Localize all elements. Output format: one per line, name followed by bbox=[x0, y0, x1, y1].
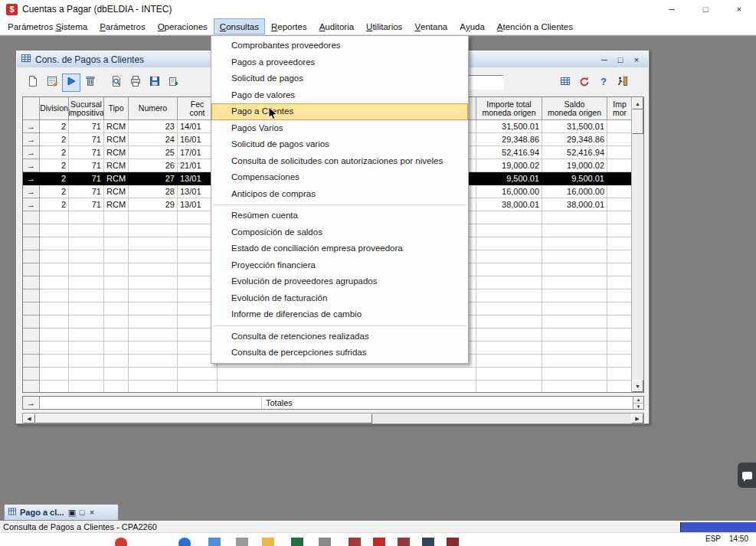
menubar-item-operaciones[interactable]: Operaciones bbox=[152, 18, 214, 34]
preview-button[interactable] bbox=[107, 74, 126, 92]
grid-view-button[interactable] bbox=[556, 74, 574, 92]
taskbar-app-icon[interactable] bbox=[349, 538, 361, 546]
column-header-saldo[interactable]: Saldomoneda origen bbox=[542, 97, 607, 120]
menu-item-comprobantes-proveedores[interactable]: Comprobantes proveedores bbox=[211, 38, 468, 54]
menu-item-evoluci-n-de-proveedores-agrupados[interactable]: Evolución de proveedores agrupados bbox=[211, 273, 468, 290]
taskbar-app-icon[interactable] bbox=[178, 538, 191, 546]
totales-spinner[interactable]: ▲▼ bbox=[633, 397, 643, 409]
menu-item-pago-de-valores[interactable]: Pago de valores bbox=[211, 87, 468, 104]
cell-sucursal: 71 bbox=[69, 120, 104, 133]
cell-numero: 28 bbox=[129, 185, 178, 198]
column-header-sel[interactable] bbox=[23, 97, 40, 120]
menu-item-compensaciones[interactable]: Compensaciones bbox=[211, 169, 468, 186]
cell-importe: 38,000.01 bbox=[476, 198, 542, 211]
language-indicator[interactable]: ESP bbox=[705, 535, 721, 543]
scroll-up-icon[interactable]: ▲ bbox=[632, 97, 643, 110]
child-minimize-button[interactable]: ─ bbox=[599, 55, 610, 64]
taskbar-app-icon[interactable] bbox=[236, 538, 248, 546]
menu-item-consulta-de-retenciones-realizadas[interactable]: Consulta de retenciones realizadas bbox=[211, 329, 468, 345]
menu-item-res-men-cuenta[interactable]: Resúmen cuenta bbox=[211, 208, 468, 224]
taskbar-app-icon[interactable] bbox=[291, 538, 303, 546]
cell-saldo bbox=[542, 368, 607, 381]
menu-item-composici-n-de-saldos[interactable]: Composición de saldos bbox=[211, 224, 468, 241]
cell-numero bbox=[129, 224, 178, 237]
new-record-button[interactable] bbox=[24, 74, 42, 92]
cell-tipo bbox=[104, 224, 129, 237]
column-header-numero[interactable]: Numero bbox=[129, 97, 178, 120]
cell-numero bbox=[129, 355, 178, 368]
child-close-button[interactable]: × bbox=[631, 55, 642, 64]
menu-item-consulta-de-percepciones-sufridas[interactable]: Consulta de percepciones sufridas bbox=[211, 345, 468, 361]
save-button[interactable] bbox=[146, 74, 164, 92]
menu-item-solicitud-de-pagos-varios[interactable]: Solicitud de pagos varios bbox=[211, 136, 468, 153]
cell-saldo: 16,000.00 bbox=[542, 185, 607, 198]
scroll-left-icon[interactable]: ◀ bbox=[23, 414, 35, 423]
menu-item-pagos-varios[interactable]: Pagos Varios bbox=[211, 120, 468, 137]
menubar-item-utilitarios[interactable]: Utilitarios bbox=[360, 18, 408, 34]
horizontal-scroll-thumb[interactable] bbox=[35, 414, 372, 423]
row-marker-cell bbox=[23, 250, 40, 263]
taskbar-app-icon[interactable] bbox=[422, 538, 434, 546]
cell-numero bbox=[129, 381, 178, 392]
clock[interactable]: 14:50 bbox=[729, 535, 748, 543]
menu-item-pago-a-clientes[interactable]: Pago a Clientes bbox=[211, 103, 468, 120]
cell-tipo bbox=[104, 237, 129, 250]
menubar-item-par-metros[interactable]: Parámetros bbox=[93, 18, 151, 34]
print-button[interactable] bbox=[126, 74, 145, 92]
minimized-restore-button[interactable]: ▣ bbox=[67, 508, 77, 518]
refresh-button[interactable] bbox=[575, 74, 594, 92]
run-query-button[interactable] bbox=[62, 74, 80, 92]
help-button[interactable]: ? bbox=[594, 74, 613, 92]
horizontal-scrollbar[interactable]: ◀ ▶ bbox=[22, 413, 644, 424]
vertical-scrollbar[interactable]: ▲ ▼ bbox=[631, 97, 643, 392]
taskbar-app-icon[interactable] bbox=[373, 538, 385, 546]
scroll-down-icon[interactable]: ▼ bbox=[632, 380, 643, 392]
menubar-item-consultas[interactable]: Consultas bbox=[214, 18, 265, 34]
menu-item-solicitud-de-pagos[interactable]: Solicitud de pagos bbox=[211, 70, 468, 87]
menubar-item-auditoria[interactable]: Auditoria bbox=[313, 18, 360, 34]
menubar-item-par-metros-sistema[interactable]: Parámetros Sistema bbox=[2, 18, 93, 34]
minimize-button[interactable]: ─ bbox=[655, 0, 689, 18]
minimized-close-button[interactable]: × bbox=[87, 508, 97, 517]
edit-record-button[interactable] bbox=[43, 74, 61, 92]
cell-fecha bbox=[178, 381, 218, 392]
menu-item-pagos-a-proveedores[interactable]: Pagos a proveedores bbox=[211, 54, 468, 71]
taskbar-app-icon[interactable] bbox=[262, 538, 274, 546]
delete-record-button[interactable] bbox=[81, 74, 100, 92]
maximize-button[interactable]: □ bbox=[689, 0, 722, 18]
taskbar-app-icon[interactable] bbox=[208, 538, 221, 546]
menu-item-evoluci-n-de-facturaci-n[interactable]: Evolución de facturación bbox=[211, 290, 468, 307]
minimized-window-pago[interactable]: Pago a cl... ▣ □ × bbox=[4, 504, 119, 521]
child-maximize-button[interactable]: □ bbox=[615, 55, 626, 64]
menubar-item-ayuda[interactable]: Ayuda bbox=[453, 18, 491, 34]
taskbar-app-icon[interactable] bbox=[115, 538, 127, 546]
scroll-right-icon[interactable]: ▶ bbox=[631, 414, 643, 423]
column-header-division[interactable]: Division bbox=[40, 97, 69, 120]
menu-item-anticipos-de-compras[interactable]: Anticipos de compras bbox=[211, 186, 468, 203]
vertical-scroll-thumb[interactable] bbox=[632, 110, 643, 134]
menu-item-proyecci-n-financiera[interactable]: Proyección financiera bbox=[211, 257, 468, 274]
cell-imp bbox=[607, 185, 631, 198]
exit-button[interactable] bbox=[614, 74, 632, 92]
export-button[interactable] bbox=[165, 74, 183, 92]
menu-item-consulta-de-solicitudes-con-autorizaciones-por-niveles[interactable]: Consulta de solicitudes con autorizacion… bbox=[211, 153, 468, 170]
column-header-tipo[interactable]: Tipo bbox=[104, 97, 129, 120]
menubar-item-ventana[interactable]: Ventana bbox=[408, 18, 453, 34]
menubar-item-atenci-n-a-clientes[interactable]: Atención a Clientes bbox=[491, 18, 579, 34]
totales-label: Totales bbox=[262, 397, 633, 409]
column-header-sucursal[interactable]: Sucursalimpositiva bbox=[69, 97, 104, 120]
cell-numero bbox=[129, 316, 178, 329]
menubar-item-reportes[interactable]: Reportes bbox=[265, 18, 313, 34]
menu-item-estado-de-conciliaci-n-empresa-proveedora[interactable]: Estado de conciliación empresa proveedor… bbox=[211, 240, 468, 257]
minimized-maximize-button[interactable]: □ bbox=[77, 508, 87, 517]
cell-saldo bbox=[542, 381, 607, 392]
column-header-importe[interactable]: Importe totalmoneda origen bbox=[476, 97, 542, 120]
menu-item-informe-de-diferencias-de-cambio[interactable]: Informe de diferencias de cambio bbox=[211, 306, 468, 323]
chat-helper-widget[interactable] bbox=[738, 463, 756, 488]
cell-tipo bbox=[104, 329, 129, 342]
column-header-imp[interactable]: Impmor bbox=[607, 97, 631, 120]
taskbar-app-icon[interactable] bbox=[319, 538, 331, 546]
close-button[interactable]: × bbox=[722, 0, 756, 18]
taskbar-app-icon[interactable] bbox=[398, 538, 410, 546]
taskbar-app-icon[interactable] bbox=[447, 538, 459, 546]
